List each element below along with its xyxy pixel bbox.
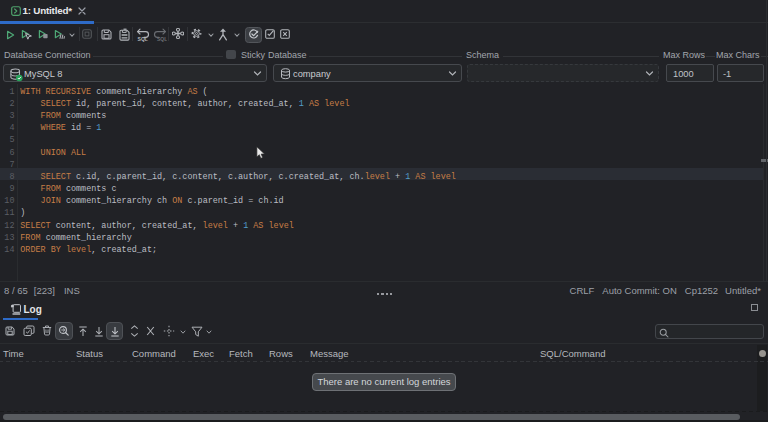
svg-text:SQL: SQL	[137, 35, 147, 41]
svg-text:SQL: SQL	[157, 35, 167, 41]
